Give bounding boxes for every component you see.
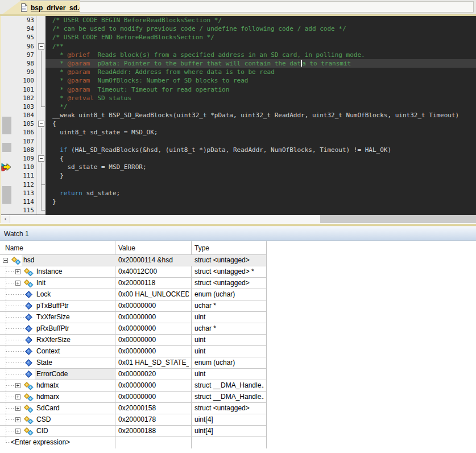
scrollbar-thumb[interactable] — [10, 215, 320, 223]
code-text[interactable]: * @param ReadAddr: Address from where da… — [45, 68, 476, 76]
code-line[interactable]: 108 if (HAL_SD_ReadBlocks(&hsd, (uint8_t… — [1, 146, 476, 154]
breakpoint-margin[interactable] — [1, 206, 13, 215]
collapse-minus-icon[interactable] — [3, 258, 8, 263]
code-line[interactable]: 105{ — [1, 120, 476, 128]
code-text[interactable] — [45, 137, 476, 146]
breakpoint-margin[interactable] — [1, 16, 13, 24]
expand-plus-icon[interactable] — [15, 269, 20, 274]
fold-toggle-minus-icon[interactable] — [38, 43, 44, 50]
watch-row[interactable]: SdCard0x20000158struct <untagged> — [0, 403, 476, 414]
code-text[interactable] — [45, 206, 476, 215]
code-text[interactable]: sd_state = MSD_ERROR; — [45, 163, 476, 171]
expand-plus-icon[interactable] — [15, 417, 20, 422]
watch-row[interactable]: Context0x00000000uint — [0, 346, 476, 357]
code-text[interactable]: /** — [45, 42, 476, 51]
breakpoint-margin[interactable] — [1, 146, 13, 154]
breakpoint-margin[interactable] — [1, 76, 13, 85]
code-line[interactable]: 114} — [1, 197, 476, 206]
code-line[interactable]: 93/* USER CODE BEGIN BeforeReadBlocksSec… — [1, 16, 476, 24]
code-text[interactable]: /* USER CODE BEGIN BeforeReadBlocksSecti… — [45, 16, 476, 24]
fold-toggle-minus-icon[interactable] — [38, 121, 44, 127]
breakpoint-margin[interactable] — [1, 154, 13, 163]
breakpoint-margin[interactable] — [1, 24, 13, 33]
watch-row[interactable]: hdmatx0x00000000struct __DMA_Handle... — [0, 380, 476, 392]
breakpoint-margin[interactable] — [1, 163, 13, 171]
expand-plus-icon[interactable] — [15, 406, 20, 411]
code-text[interactable]: * @brief Reads block(s) from a specified… — [45, 51, 476, 59]
code-line[interactable]: 98 * @param pData: Pointer to the buffer… — [1, 59, 476, 68]
column-header-type[interactable]: Type — [194, 241, 209, 255]
watch-row[interactable]: hdmarx0x00000000struct __DMA_Handle... — [0, 392, 476, 403]
watch-row[interactable]: Init0x20000118struct <untagged> — [0, 278, 476, 289]
breakpoint-margin[interactable] — [1, 171, 13, 180]
code-line[interactable]: 115 — [1, 206, 476, 215]
breakpoint-margin[interactable] — [1, 102, 13, 111]
code-line[interactable]: 99 * @param ReadAddr: Address from where… — [1, 68, 476, 76]
code-line[interactable]: 107 — [1, 137, 476, 146]
code-line[interactable]: 113 return sd_state; — [1, 189, 476, 197]
breakpoint-margin[interactable] — [1, 33, 13, 42]
breakpoint-margin[interactable] — [1, 42, 13, 51]
code-text[interactable]: if (HAL_SD_ReadBlocks(&hsd, (uint8_t *)p… — [45, 146, 476, 154]
code-line[interactable]: 100 * @param NumOfBlocks: Number of SD b… — [1, 76, 476, 85]
code-line[interactable]: 106 uint8_t sd_state = MSD_OK; — [1, 128, 476, 137]
code-text[interactable]: return sd_state; — [45, 189, 476, 197]
code-text[interactable]: */ — [45, 102, 476, 111]
code-line[interactable]: 95/* USER CODE END BeforeReadBlocksSecti… — [1, 33, 476, 42]
watch-row[interactable]: RxXferSize0x00000000uint — [0, 335, 476, 346]
scroll-left-button[interactable]: ‹ — [1, 215, 10, 223]
code-line[interactable]: 110 sd_state = MSD_ERROR; — [1, 163, 476, 171]
code-text[interactable] — [45, 180, 476, 189]
watch-row[interactable]: Instance0x40012C00struct <untagged> * — [0, 266, 476, 278]
breakpoint-margin[interactable] — [1, 51, 13, 59]
code-line[interactable]: 97 * @brief Reads block(s) from a specif… — [1, 51, 476, 59]
code-line[interactable]: 111 } — [1, 171, 476, 180]
watch-row[interactable]: ErrorCode0x00000020uint — [0, 369, 476, 380]
file-tab[interactable]: bsp_driver_sd.c — [2, 1, 80, 14]
code-text[interactable]: /* USER CODE END BeforeReadBlocksSection… — [45, 33, 476, 42]
pane-splitter[interactable] — [0, 223, 476, 227]
code-text[interactable]: } — [45, 197, 476, 206]
column-header-value[interactable]: Value — [118, 241, 135, 255]
watch-row[interactable]: pTxBuffPtr0x00000000uchar * — [0, 300, 476, 312]
expand-plus-icon[interactable] — [15, 429, 20, 434]
watch-row[interactable]: CID0x20000188uint[4] — [0, 426, 476, 437]
code-text[interactable]: * @retval SD status — [45, 94, 476, 102]
code-text[interactable]: * @param Timeout: Timeout for read opera… — [45, 85, 476, 94]
breakpoint-margin[interactable] — [1, 59, 13, 68]
code-text[interactable]: /* can be used to modify previous code /… — [45, 24, 476, 33]
code-text[interactable]: { — [45, 154, 476, 163]
code-text[interactable]: * @param NumOfBlocks: Number of SD block… — [45, 76, 476, 85]
code-line[interactable]: 94/* can be used to modify previous code… — [1, 24, 476, 33]
code-line[interactable]: 112 — [1, 180, 476, 189]
watch-row[interactable]: pRxBuffPtr0x00000000uchar * — [0, 323, 476, 335]
code-text[interactable]: * @param pData: Pointer to the buffer th… — [45, 59, 476, 68]
code-line[interactable]: 103 */ — [1, 102, 476, 111]
breakpoint-margin[interactable] — [1, 197, 13, 206]
code-text[interactable]: } — [45, 171, 476, 180]
code-line[interactable]: 101 * @param Timeout: Timeout for read o… — [1, 85, 476, 94]
code-text[interactable]: uint8_t sd_state = MSD_OK; — [45, 128, 476, 137]
expand-plus-icon[interactable] — [15, 394, 20, 400]
expand-plus-icon[interactable] — [15, 383, 20, 388]
code-line[interactable]: 96/** — [1, 42, 476, 51]
breakpoint-margin[interactable] — [1, 85, 13, 94]
code-line[interactable]: 102 * @retval SD status — [1, 94, 476, 102]
breakpoint-margin[interactable] — [1, 94, 13, 102]
breakpoint-margin[interactable] — [1, 68, 13, 76]
code-line[interactable]: 109 { — [1, 154, 476, 163]
watch-row[interactable]: CSD0x20000178uint[4] — [0, 414, 476, 426]
watch-row[interactable]: hsd0x20000114 &hsdstruct <untagged> — [0, 255, 476, 266]
code-text[interactable]: __weak uint8_t BSP_SD_ReadBlocks(uint32_… — [45, 111, 476, 120]
column-header-name[interactable]: Name — [5, 241, 23, 255]
code-editor[interactable]: 93/* USER CODE BEGIN BeforeReadBlocksSec… — [0, 16, 476, 215]
enter-expression-row[interactable]: <Enter expression> — [0, 437, 476, 448]
expand-plus-icon[interactable] — [15, 281, 20, 286]
code-line[interactable]: 104__weak uint8_t BSP_SD_ReadBlocks(uint… — [1, 111, 476, 120]
watch-row[interactable]: Lock0x00 HAL_UNLOCKEDenum (uchar) — [0, 289, 476, 300]
horizontal-scrollbar[interactable]: ‹ — [0, 215, 476, 223]
code-text[interactable]: { — [45, 120, 476, 128]
watch-row[interactable]: State0x01 HAL_SD_STATE_R...enum (uchar) — [0, 357, 476, 369]
fold-toggle-minus-icon[interactable] — [38, 155, 44, 162]
breakpoint-margin[interactable] — [1, 128, 13, 137]
